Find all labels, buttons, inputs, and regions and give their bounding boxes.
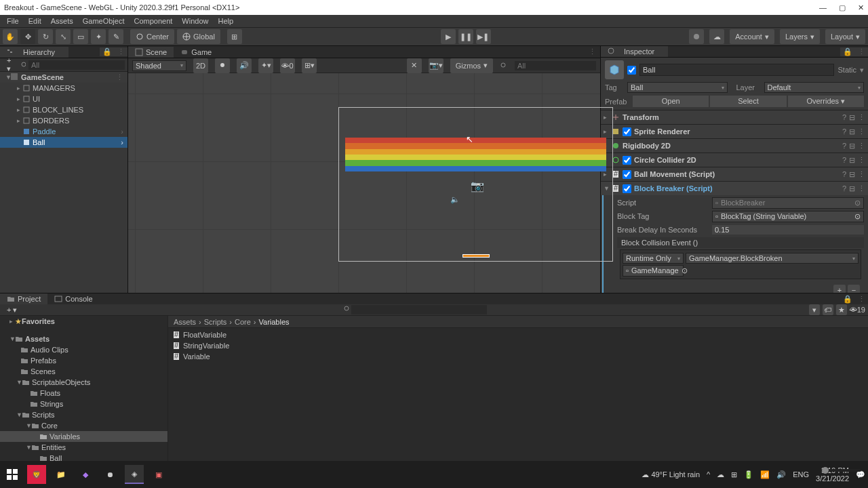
hierarchy-menu[interactable]: ⋮ bbox=[115, 47, 127, 56]
project-search[interactable] bbox=[351, 305, 487, 314]
event-target[interactable]: ▫ GameManage ⊙ bbox=[623, 265, 684, 277]
folder-row[interactable]: Prefabs bbox=[0, 355, 167, 366]
taskbar-app-active[interactable]: ◈ bbox=[125, 465, 144, 484]
lock-icon[interactable]: 🔒 bbox=[840, 295, 855, 304]
add-event[interactable]: + bbox=[833, 285, 846, 293]
collab-button[interactable] bbox=[689, 29, 704, 44]
comp-ball-movement[interactable]: ▸#Ball Movement (Script)?⊟⋮ bbox=[601, 167, 868, 181]
rotate-tool[interactable]: ↻ bbox=[38, 29, 53, 44]
menu-component[interactable]: Component bbox=[130, 16, 176, 26]
step-button[interactable]: ▶❚ bbox=[476, 29, 491, 44]
tab-project[interactable]: Project bbox=[0, 293, 47, 304]
tab-console[interactable]: Console bbox=[47, 293, 99, 304]
hierarchy-item[interactable]: Paddle› bbox=[0, 126, 127, 137]
hierarchy-item-selected[interactable]: Ball› bbox=[0, 137, 127, 148]
favorites-row[interactable]: ▸★ Favorites bbox=[0, 316, 167, 327]
fx-toggle[interactable]: ✦▾ bbox=[258, 58, 273, 73]
prefab-select[interactable]: Select bbox=[710, 96, 786, 107]
object-icon[interactable] bbox=[605, 60, 624, 79]
weather-widget[interactable]: ☁ 49°F Light rain bbox=[642, 470, 700, 479]
layers-dropdown[interactable]: Layers ▾ bbox=[780, 29, 820, 44]
close-button[interactable]: ✕ bbox=[858, 3, 864, 12]
folder-row[interactable]: ▼Core bbox=[0, 420, 167, 431]
battery-icon[interactable]: 🔋 bbox=[744, 470, 753, 479]
menu-window[interactable]: Window bbox=[178, 16, 212, 26]
hierarchy-search[interactable] bbox=[28, 60, 125, 70]
folder-row[interactable]: ▼Scripts bbox=[0, 409, 167, 420]
language-indicator[interactable]: ENG bbox=[793, 470, 809, 479]
thumbnail-slider[interactable] bbox=[821, 469, 861, 472]
lock-icon[interactable]: 🔒 bbox=[100, 47, 115, 56]
comp-enabled[interactable] bbox=[623, 156, 631, 165]
comp-enabled[interactable] bbox=[623, 170, 631, 179]
delay-field[interactable] bbox=[712, 225, 864, 235]
audio-toggle[interactable]: 🔊 bbox=[237, 58, 252, 73]
cloud-button[interactable]: ☁ bbox=[709, 29, 724, 44]
transform-tool[interactable]: ✦ bbox=[91, 29, 106, 44]
comp-enabled[interactable] bbox=[623, 127, 631, 136]
play-button[interactable]: ▶ bbox=[441, 29, 456, 44]
comp-rigidbody2d[interactable]: ▸Rigidbody 2D?⊟⋮ bbox=[601, 139, 868, 152]
tab-game[interactable]: Game bbox=[174, 47, 218, 58]
snap-toggle[interactable]: ⊞ bbox=[227, 29, 242, 44]
comp-sprite-renderer[interactable]: ▸Sprite Renderer?⊟⋮ bbox=[601, 125, 868, 138]
pause-button[interactable]: ❚❚ bbox=[458, 29, 473, 44]
menu-file[interactable]: File bbox=[3, 16, 23, 26]
assets-row[interactable]: ▼ Assets bbox=[0, 333, 167, 344]
scene-menu[interactable]: ⋮ bbox=[116, 73, 123, 82]
lighting-toggle[interactable] bbox=[215, 58, 230, 73]
custom-tool[interactable]: ✎ bbox=[108, 29, 123, 44]
folder-row[interactable]: Scenes bbox=[0, 366, 167, 377]
shading-mode[interactable]: Shaded bbox=[132, 60, 186, 71]
lock-icon[interactable]: 🔒 bbox=[840, 47, 855, 56]
project-menu[interactable]: ⋮ bbox=[855, 295, 868, 304]
prefab-overrides[interactable]: Overrides ▾ bbox=[788, 96, 864, 107]
scene-search[interactable] bbox=[515, 61, 596, 70]
taskbar-app[interactable]: 📁 bbox=[52, 465, 71, 484]
taskbar-app[interactable]: ▣ bbox=[149, 465, 168, 484]
hidden-toggle[interactable]: 👁0 bbox=[280, 58, 295, 73]
start-button[interactable] bbox=[3, 465, 22, 484]
layer-dropdown[interactable]: Default bbox=[764, 82, 865, 93]
coord-toggle[interactable]: Global bbox=[177, 29, 220, 44]
folder-row-selected[interactable]: Variables bbox=[0, 431, 167, 442]
layout-dropdown[interactable]: Layout ▾ bbox=[825, 29, 865, 44]
taskbar-app[interactable]: ◆ bbox=[76, 465, 95, 484]
grid-toggle[interactable]: ⊞▾ bbox=[302, 58, 317, 73]
prefab-open[interactable]: Open bbox=[633, 96, 709, 107]
menu-help[interactable]: Help bbox=[214, 16, 237, 26]
tools-icon[interactable]: ✕ bbox=[407, 58, 422, 73]
onedrive-icon[interactable]: ☁ bbox=[717, 470, 724, 479]
taskbar-app[interactable]: 🦁 bbox=[27, 465, 46, 484]
comp-enabled[interactable] bbox=[623, 184, 631, 193]
comp-block-breaker[interactable]: ▼#Block Breaker (Script)?⊟⋮ bbox=[601, 182, 868, 195]
volume-icon[interactable]: 🔊 bbox=[776, 470, 786, 479]
account-dropdown[interactable]: Account ▾ bbox=[730, 29, 774, 44]
object-name-input[interactable] bbox=[639, 64, 834, 76]
hand-tool[interactable]: ✋ bbox=[3, 29, 18, 44]
taskbar-app[interactable]: ⏺ bbox=[100, 465, 119, 484]
move-tool[interactable]: ✥ bbox=[20, 29, 35, 44]
filter-type[interactable]: ▾ bbox=[809, 304, 820, 315]
file-row[interactable]: #Variable bbox=[172, 351, 864, 362]
event-runtime[interactable]: Runtime Only bbox=[623, 253, 684, 264]
maximize-button[interactable]: ▢ bbox=[839, 3, 846, 12]
project-create[interactable]: + ▾ bbox=[3, 306, 21, 314]
event-handler[interactable]: GameManager.BlockBroken bbox=[686, 253, 859, 264]
script-field[interactable]: ▫ BlockBreaker⊙ bbox=[712, 197, 864, 209]
file-row[interactable]: #FloatVariable bbox=[172, 329, 864, 340]
tag-dropdown[interactable]: Ball bbox=[627, 82, 728, 93]
tray-icon[interactable]: ^ bbox=[707, 470, 710, 479]
tray-icon[interactable]: ⊞ bbox=[731, 470, 737, 479]
2d-toggle[interactable]: 2D bbox=[193, 58, 208, 73]
blocktag-field[interactable]: ▫ BlockTag (String Variable)⊙ bbox=[712, 211, 864, 222]
minimize-button[interactable]: — bbox=[819, 3, 827, 12]
remove-event[interactable]: − bbox=[848, 285, 860, 293]
pivot-toggle[interactable]: Center bbox=[130, 29, 174, 44]
create-button[interactable]: + ▾ bbox=[3, 56, 18, 73]
menu-gameobject[interactable]: GameObject bbox=[79, 16, 129, 26]
filter-label[interactable]: 🏷 bbox=[823, 304, 833, 315]
hierarchy-item[interactable]: ▸MANAGERS bbox=[0, 83, 127, 94]
hierarchy-item[interactable]: ▸UI bbox=[0, 94, 127, 104]
hierarchy-item[interactable]: ▸BORDERS bbox=[0, 115, 127, 126]
